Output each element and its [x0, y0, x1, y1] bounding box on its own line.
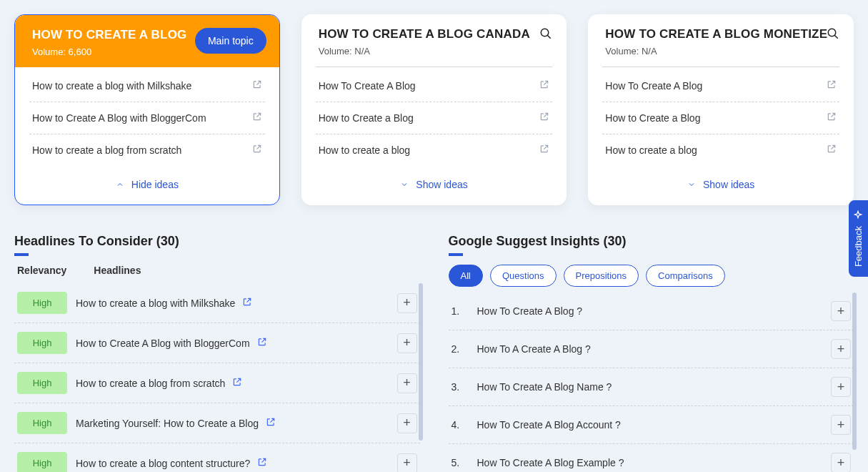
main-topic-pill[interactable]: Main topic [195, 28, 266, 54]
idea-row[interactable]: How To Create A Blog [602, 70, 839, 102]
relevancy-badge: High [17, 292, 67, 314]
show-ideas-toggle[interactable]: Show ideas [687, 179, 754, 190]
tab-all[interactable]: All [449, 265, 483, 287]
card-title: HOW TO CREATE A BLOG CANADA [319, 27, 550, 41]
insight-text: How To Create A Blog Example ? [477, 457, 820, 468]
external-link-icon[interactable] [266, 417, 276, 429]
idea-text: How to create a blog [319, 144, 410, 156]
row-number: 5. [452, 457, 466, 468]
add-button[interactable]: + [397, 293, 417, 313]
idea-text: How to Create a Blog [605, 112, 700, 124]
headline-row: HighMarketing Yourself: How to Create a … [14, 403, 420, 443]
headline-text: How to create a blog with Milkshake [76, 298, 235, 309]
add-button[interactable]: + [831, 301, 851, 321]
svg-line-3 [834, 35, 838, 39]
insight-text: How To Create A Blog Name ? [477, 381, 820, 393]
tab-prepositions[interactable]: Prepositions [564, 265, 639, 287]
add-button[interactable]: + [831, 415, 851, 435]
show-ideas-toggle[interactable]: Show ideas [400, 179, 467, 190]
idea-row[interactable]: How to Create A Blog with BloggerCom [29, 102, 265, 134]
insight-text: How To A Create A Blog ? [477, 343, 820, 355]
external-link-icon[interactable] [252, 79, 262, 92]
row-number: 3. [452, 381, 466, 393]
card-volume: Volume: N/A [605, 46, 837, 56]
add-button[interactable]: + [397, 413, 417, 433]
add-button[interactable]: + [831, 453, 851, 472]
add-button[interactable]: + [831, 377, 851, 397]
idea-row[interactable]: How to create a blog [316, 134, 553, 166]
topic-card-main: HOW TO CREATE A BLOG Volume: 6,600 Main … [14, 14, 280, 205]
row-number: 4. [452, 419, 466, 431]
external-link-icon[interactable] [539, 112, 549, 124]
headline-text: How to create a blog from scratch [76, 378, 225, 389]
headline-text: How to Create A Blog with BloggerCom [76, 338, 250, 349]
insight-row: 2.How To A Create A Blog ?+ [449, 330, 854, 368]
col-relevancy: Relevancy [17, 265, 66, 276]
relevancy-badge: High [17, 452, 67, 472]
headline-row: HighHow to create a blog with Milkshake+ [14, 283, 420, 323]
insights-panel: Google Suggest Insights (30) All Questio… [449, 234, 854, 472]
search-icon[interactable] [539, 27, 552, 43]
add-button[interactable]: + [397, 333, 417, 353]
external-link-icon[interactable] [232, 377, 242, 389]
external-link-icon[interactable] [252, 112, 262, 124]
panel-title: Headlines To Consider (30) [14, 234, 420, 255]
add-button[interactable]: + [397, 453, 417, 473]
external-link-icon[interactable] [539, 79, 549, 92]
idea-row[interactable]: How to create a blog [602, 134, 839, 166]
tab-comparisons[interactable]: Comparisons [646, 265, 725, 287]
row-number: 2. [452, 343, 466, 355]
svg-line-1 [548, 35, 552, 39]
tab-questions[interactable]: Questions [490, 265, 557, 287]
topic-card: HOW TO CREATE A BLOG MONETIZE Volume: N/… [588, 14, 854, 205]
chevron-up-icon [116, 180, 124, 189]
idea-text: How to create a blog from scratch [32, 144, 181, 156]
idea-text: How to create a blog [605, 144, 697, 156]
card-volume: Volume: N/A [319, 46, 550, 56]
headline-text: How to create a blog content structure? [76, 458, 250, 469]
add-button[interactable]: + [831, 339, 851, 359]
external-link-icon[interactable] [242, 297, 252, 309]
topic-card: HOW TO CREATE A BLOG CANADA Volume: N/A … [301, 14, 567, 205]
svg-point-2 [828, 29, 836, 36]
external-link-icon[interactable] [252, 144, 262, 157]
external-link-icon[interactable] [827, 79, 837, 92]
idea-row[interactable]: How To Create A Blog [316, 70, 553, 102]
idea-text: How To Create A Blog [605, 80, 702, 92]
relevancy-badge: High [17, 372, 67, 394]
idea-row[interactable]: How to Create a Blog [316, 102, 553, 134]
idea-text: How to create a blog with Milkshake [32, 80, 191, 92]
idea-row[interactable]: How to create a blog with Milkshake [29, 70, 265, 102]
headlines-panel: Headlines To Consider (30) Relevancy Hea… [14, 234, 420, 472]
feedback-tab[interactable]: Feedback [849, 200, 868, 277]
scrollbar[interactable] [852, 292, 857, 450]
chevron-down-icon [687, 180, 696, 189]
svg-point-0 [542, 29, 549, 36]
hide-ideas-toggle[interactable]: Hide ideas [116, 179, 179, 190]
col-headlines: Headlines [94, 265, 141, 276]
external-link-icon[interactable] [257, 457, 267, 469]
insight-row: 1.How To Create A Blog ?+ [449, 292, 854, 330]
insight-row: 5.How To Create A Blog Example ?+ [449, 444, 854, 472]
chevron-down-icon [400, 180, 409, 189]
external-link-icon[interactable] [827, 112, 837, 124]
idea-row[interactable]: How to create a blog from scratch [29, 134, 265, 166]
idea-text: How to Create A Blog with BloggerCom [32, 112, 206, 124]
external-link-icon[interactable] [827, 144, 837, 157]
card-title: HOW TO CREATE A BLOG MONETIZE [605, 27, 837, 41]
add-button[interactable]: + [397, 373, 417, 393]
headline-row: HighHow to create a blog content structu… [14, 443, 420, 472]
insight-text: How To Create A Blog Account ? [477, 419, 820, 431]
relevancy-badge: High [17, 332, 67, 354]
idea-row[interactable]: How to Create a Blog [602, 102, 839, 134]
headline-row: HighHow to Create A Blog with BloggerCom… [14, 323, 420, 363]
insight-text: How To Create A Blog ? [477, 305, 820, 317]
external-link-icon[interactable] [257, 337, 267, 349]
external-link-icon[interactable] [539, 144, 549, 157]
search-icon[interactable] [827, 27, 839, 43]
idea-text: How To Create A Blog [319, 80, 416, 92]
insight-row: 4.How To Create A Blog Account ?+ [449, 406, 854, 444]
headline-text: Marketing Yourself: How to Create a Blog [76, 418, 259, 429]
scrollbar[interactable] [419, 283, 423, 441]
relevancy-badge: High [17, 412, 67, 434]
